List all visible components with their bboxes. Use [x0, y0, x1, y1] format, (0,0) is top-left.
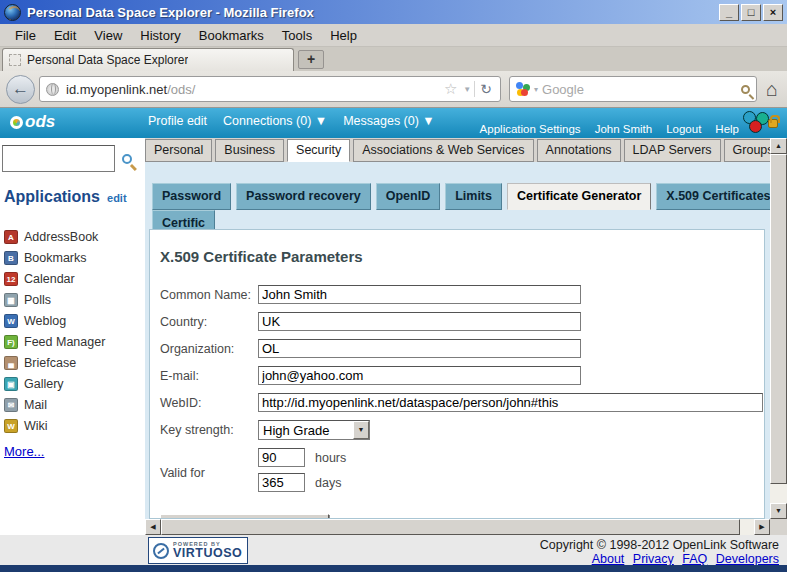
menu-bookmarks[interactable]: Bookmarks [190, 26, 273, 45]
menu-file[interactable]: File [6, 26, 45, 45]
url-text[interactable]: id.myopenlink.net/ods/ [66, 82, 441, 97]
menu-help[interactable]: Help [321, 26, 366, 45]
back-button[interactable]: ← [6, 75, 35, 104]
virtuoso-badge[interactable]: POWERED BY VIRTUOSO [148, 537, 248, 564]
select-dropdown-icon[interactable]: ▼ [353, 421, 369, 439]
tab-associations-web-services[interactable]: Associations & Web Services [353, 139, 533, 162]
minimize-button[interactable]: _ [719, 4, 739, 21]
ods-logout-link[interactable]: Logout [666, 123, 701, 135]
sidebar-item-bookmarks[interactable]: B Bookmarks [4, 247, 142, 268]
tab-personal[interactable]: Personal [145, 139, 212, 162]
tab-business[interactable]: Business [215, 139, 284, 162]
sidebar-item-briefcase[interactable]: ▄ Briefcase [4, 352, 142, 373]
bookmark-star-icon[interactable]: ☆ [441, 80, 460, 98]
sidebar-item-gallery[interactable]: ▣ Gallery [4, 373, 142, 394]
copyright-text: Copyright © 1998-2012 OpenLink Software [540, 538, 779, 552]
search-magnifier-icon[interactable] [741, 85, 750, 94]
menu-edit[interactable]: Edit [45, 26, 85, 45]
privacy-link[interactable]: Privacy [633, 552, 674, 566]
subtab-x509-certificates[interactable]: X.509 Certificates [656, 183, 770, 210]
common-name-label: Common Name: [160, 288, 258, 302]
ods-nav-messages[interactable]: Messages (0) ▼ [343, 114, 435, 128]
subtab-openid[interactable]: OpenID [376, 183, 440, 210]
tab-annotations[interactable]: Annotations [537, 139, 621, 162]
new-tab-button[interactable]: + [298, 50, 324, 69]
search-bar[interactable]: ▾ [509, 76, 757, 102]
ods-help-link[interactable]: Help [715, 123, 739, 135]
google-icon[interactable] [516, 82, 530, 96]
valid-hours-field[interactable] [258, 448, 305, 467]
country-row: Country: [160, 312, 764, 331]
sidebar-search-icon[interactable] [122, 154, 132, 164]
vertical-scrollbar[interactable]: ▲ ▼ [770, 138, 787, 519]
restore-button[interactable]: □ [741, 4, 761, 21]
valid-for-label: Valid for [160, 466, 258, 480]
sidebar-item-label: Feed Manager [24, 335, 105, 349]
search-input[interactable] [542, 82, 741, 97]
ods-nav-connections[interactable]: Connections (0) ▼ [223, 114, 327, 128]
sidebar-item-calendar[interactable]: 12 Calendar [4, 268, 142, 289]
url-bar[interactable]: id.myopenlink.net/ods/ ☆ ▼ ↻ [39, 76, 501, 102]
menu-bar: File Edit View History Bookmarks Tools H… [0, 24, 787, 47]
reload-icon[interactable]: ↻ [474, 81, 494, 97]
certificate-form-panel: X.509 Certificate Parameters Common Name… [149, 229, 765, 519]
subtab-password-recovery[interactable]: Password recovery [236, 183, 371, 210]
webid-field[interactable] [258, 393, 763, 412]
vertical-scroll-thumb[interactable] [770, 154, 787, 484]
scroll-right-icon[interactable]: ▶ [754, 519, 770, 535]
key-strength-value: High Grade [259, 423, 353, 438]
sidebar-item-mail[interactable]: ✉ Mail [4, 394, 142, 415]
email-field[interactable] [258, 366, 581, 385]
firefox-icon [4, 4, 21, 21]
virtuoso-logo-icon [153, 543, 169, 559]
security-content: PasswordPassword recoveryOpenIDLimitsCer… [145, 162, 770, 519]
scroll-up-icon[interactable]: ▲ [770, 138, 787, 154]
footer: POWERED BY VIRTUOSO Copyright © 1998-201… [0, 535, 787, 565]
hours-unit-label: hours [315, 451, 346, 465]
menu-view[interactable]: View [85, 26, 131, 45]
ods-nav: Profile edit Connections (0) ▼ Messages … [148, 114, 435, 128]
about-link[interactable]: About [592, 552, 625, 566]
scroll-down-icon[interactable]: ▼ [770, 503, 787, 519]
sidebar-item-addressbook[interactable]: A AddressBook [4, 226, 142, 247]
search-engine-dropdown-icon[interactable]: ▾ [530, 85, 542, 94]
applications-title: Applications [4, 188, 100, 206]
url-dropdown-icon[interactable]: ▼ [460, 85, 474, 94]
sidebar-item-label: Briefcase [24, 356, 76, 370]
ods-application-settings-link[interactable]: Application Settings [480, 123, 581, 135]
tab-security[interactable]: Security [287, 139, 350, 162]
sidebar-item-feed-manager[interactable]: F) Feed Manager [4, 331, 142, 352]
menu-history[interactable]: History [131, 26, 189, 45]
more-link[interactable]: More... [4, 444, 44, 459]
sidebar-item-polls[interactable]: ▦ Polls [4, 289, 142, 310]
subtab-limits[interactable]: Limits [445, 183, 502, 210]
sidebar-item-weblog[interactable]: W Weblog [4, 310, 142, 331]
tab-ldap-servers[interactable]: LDAP Servers [624, 139, 721, 162]
ods-logo[interactable]: ods [10, 112, 55, 132]
horizontal-scrollbar[interactable]: ◀ ▶ [145, 519, 770, 535]
organization-field[interactable] [258, 339, 581, 358]
subtab-certificate-generator[interactable]: Certificate Generator [507, 183, 651, 210]
tab-groups[interactable]: Groups [724, 139, 770, 162]
common-name-field[interactable] [258, 285, 581, 304]
sidebar-search-input[interactable] [2, 145, 115, 172]
faq-link[interactable]: FAQ [682, 552, 707, 566]
developers-link[interactable]: Developers [716, 552, 779, 566]
ods-nav-profile-edit[interactable]: Profile edit [148, 114, 207, 128]
valid-days-field[interactable] [258, 473, 305, 492]
site-identity-icon[interactable] [46, 83, 59, 96]
sidebar-item-wiki[interactable]: W Wiki [4, 415, 142, 436]
ods-user-name-link[interactable]: John Smith [595, 123, 653, 135]
browser-tab[interactable]: Personal Data Space Explorer [2, 48, 294, 71]
home-icon[interactable]: ⌂ [766, 79, 778, 99]
menu-tools[interactable]: Tools [273, 26, 321, 45]
scroll-left-icon[interactable]: ◀ [145, 519, 161, 535]
key-strength-select[interactable]: High Grade ▼ [258, 420, 370, 440]
calendar-icon: 12 [4, 272, 18, 286]
horizontal-scroll-thumb[interactable] [161, 519, 740, 535]
window-title: Personal Data Space Explorer - Mozilla F… [27, 5, 717, 20]
close-button[interactable]: × [763, 4, 783, 21]
subtab-password[interactable]: Password [152, 183, 231, 210]
country-field[interactable] [258, 312, 581, 331]
applications-edit-link[interactable]: edit [107, 192, 127, 204]
